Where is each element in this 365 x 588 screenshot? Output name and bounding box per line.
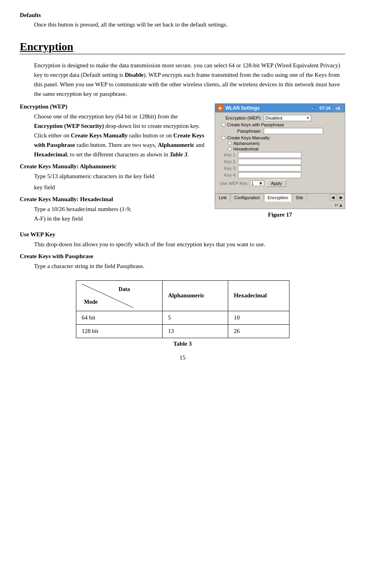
key2-label: Key 2: (218, 159, 238, 164)
row2-hexadecimal: 26 (228, 324, 289, 338)
table-header-hexadecimal: Hexadecimal (228, 280, 289, 311)
hexadecimal-body: Type a 10/26 hexadecimal numbers (1-9; A… (34, 204, 205, 223)
dropdown-arrow-icon: ▼ (306, 116, 310, 120)
tab-next-icon[interactable]: ▶ (338, 194, 345, 201)
passphrase-radio-label: Create Keys with Passphrase (227, 122, 284, 127)
key2-row: Key 2: (218, 159, 342, 165)
figure-caption: Figure 17 (215, 211, 345, 218)
device-time: 07:16 (320, 106, 331, 110)
passphrase-label: Passphrase: (218, 129, 264, 133)
header-data-label: Data (119, 286, 130, 293)
defaults-section: Defaults Once this button is pressed, al… (20, 12, 345, 29)
hexadecimal-heading: Create Keys Manually: Hexadecimal (20, 196, 205, 203)
key1-row: Key 1: (218, 152, 342, 158)
wep-titlebar-left: ▶ WLAN Settings (217, 105, 260, 111)
encryption-wep-value: Disabled (265, 116, 282, 120)
tab-site[interactable]: Site (292, 194, 307, 202)
passphrase-section-body: Type a character string in the field Pas… (34, 261, 345, 271)
hexadecimal-subrow: Hexadecimal (228, 147, 342, 151)
tab-prev-icon[interactable]: ◀ (329, 194, 337, 201)
table-caption: Table 3 (76, 341, 289, 347)
key1-input[interactable] (238, 152, 301, 158)
alphanumeric-heading: Create Keys Manually: Alphanumeric (20, 163, 205, 170)
data-table: Data Mode Alphanumeric Hexadecimal 64 bi… (76, 280, 289, 338)
passphrase-radio-row: Create Keys with Passphrase (221, 122, 342, 127)
passphrase-input[interactable] (264, 128, 323, 134)
apply-button[interactable]: Apply (267, 180, 286, 187)
ok-button[interactable]: ok (333, 105, 343, 111)
device-bottom-bar: ↵▲ (215, 202, 345, 209)
alphanumeric-body: Type 5/13 alphanumeric characters in the… (34, 171, 205, 192)
defaults-heading: Defaults (20, 12, 345, 19)
key4-row: Key 4: (218, 172, 342, 178)
table-wrapper: Data Mode Alphanumeric Hexadecimal 64 bi… (76, 280, 289, 347)
encryption-heading: Encryption (20, 40, 345, 54)
hexadecimal-radio[interactable] (228, 147, 232, 151)
volume-icon: 🔈 (312, 105, 317, 110)
row2-mode: 128 bit (76, 324, 162, 338)
passphrase-radio[interactable] (221, 123, 225, 127)
table-header-alphanumeric: Alphanumeric (162, 280, 228, 311)
wepkey-label: Use WEP Key: (218, 181, 250, 186)
key3-row: Key 3: (218, 166, 342, 171)
wep-tabs: Link Configuration Encryption Site ◀ ▶ (215, 193, 345, 202)
tab-encryption[interactable]: Encryption (264, 194, 292, 202)
wep-body: Choose one of the encryption key (64 bit… (34, 112, 205, 159)
wepkey-value: 1 (251, 181, 253, 186)
wepkey-dropdown[interactable]: 1 ▼ (250, 181, 264, 186)
row2-alphanumeric: 13 (162, 324, 228, 338)
intro-bold: Disable (125, 72, 144, 78)
wep-heading: Encryption (WEP) (20, 103, 205, 110)
hexadecimal-label: Hexadecimal (233, 147, 259, 151)
device-title: WLAN Settings (225, 105, 260, 111)
wep-bold-5: Hexadecimal (34, 151, 67, 158)
table-row: 128 bit 13 26 (76, 324, 289, 338)
two-col-left: Encryption (WEP) Choose one of the encry… (20, 103, 205, 227)
diagonal-header: Data Mode (82, 284, 133, 308)
page-number: 15 (20, 354, 345, 361)
scroll-icon: ↵▲ (335, 202, 343, 208)
wep-titlebar: ▶ WLAN Settings 🔈 07:16 ok (215, 104, 345, 112)
alphanumeric-subrow: Alphanumeric (228, 141, 342, 146)
key2-input[interactable] (238, 159, 301, 165)
wep-bold-2: Create Keys Manually (71, 132, 128, 139)
wep-table-ref: Table 3 (170, 151, 187, 158)
manually-radio-row: Create Keys Manually: (221, 135, 342, 140)
tab-configuration[interactable]: Configuration (231, 194, 263, 202)
table-header-mode: Data Mode (76, 280, 162, 311)
wep-bold-4: Alphanumeric (158, 142, 195, 148)
wep-bold-1: Encryption (WEP Security) (34, 123, 104, 129)
tab-link[interactable]: Link (215, 194, 230, 202)
table-body: 64 bit 5 10 128 bit 13 26 (76, 311, 289, 338)
two-col-right: ▶ WLAN Settings 🔈 07:16 ok Encryption (W… (215, 103, 345, 227)
key3-input[interactable] (238, 166, 301, 171)
alphanumeric-body-2: key field (34, 183, 205, 192)
passphrase-input-row: Passphrase: (218, 128, 342, 134)
row1-mode: 64 bit (76, 311, 162, 324)
wep-body-panel: Encryption (WEP): Disabled ▼ Create Keys… (215, 112, 345, 192)
table-row: 64 bit 5 10 (76, 311, 289, 324)
alphanumeric-radio[interactable] (228, 141, 232, 145)
encryption-wep-label: Encryption (WEP): (218, 116, 264, 120)
wlan-icon: ▶ (217, 105, 223, 111)
key1-label: Key 1: (218, 152, 238, 157)
tab-nav: ◀ ▶ (329, 194, 345, 202)
wepkey-body: This drop-down list allows you to specif… (34, 240, 345, 249)
row1-alphanumeric: 5 (162, 311, 228, 324)
header-mode-label: Mode (84, 299, 98, 305)
key4-label: Key 4: (218, 173, 238, 177)
row1-hexadecimal: 10 (228, 311, 289, 324)
wepkey-row: Use WEP Key: 1 ▼ Apply (218, 180, 342, 187)
encryption-intro: Encryption is designed to make the data … (34, 61, 345, 99)
key4-input[interactable] (238, 172, 301, 178)
encryption-wep-dropdown[interactable]: Disabled ▼ (264, 115, 311, 121)
wepkey-arrow-icon: ▼ (259, 181, 263, 186)
key3-label: Key 3: (218, 166, 238, 171)
alphanumeric-label: Alphanumeric (233, 141, 260, 146)
manually-radio-label: Create Keys Manually: (227, 135, 271, 140)
wep-titlebar-right: 🔈 07:16 ok (312, 105, 343, 111)
wep-device: ▶ WLAN Settings 🔈 07:16 ok Encryption (W… (215, 103, 345, 209)
encryption-wep-row: Encryption (WEP): Disabled ▼ (218, 115, 342, 121)
defaults-body: Once this button is pressed, all the set… (34, 20, 345, 29)
manually-radio[interactable] (221, 136, 225, 140)
